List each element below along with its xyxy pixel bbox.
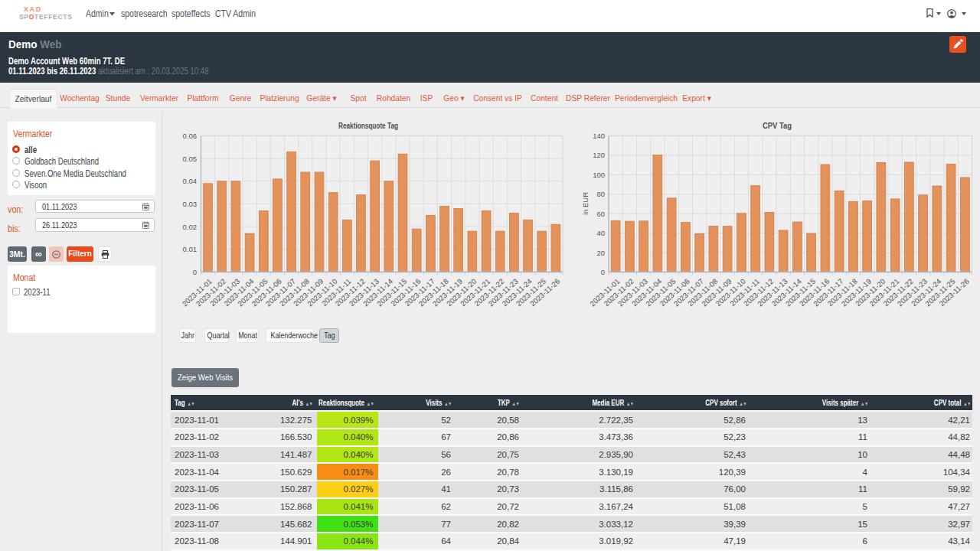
svg-text:0.04: 0.04 bbox=[183, 177, 198, 185]
svg-text:CPV Tag: CPV Tag bbox=[763, 121, 792, 130]
svg-text:0.02: 0.02 bbox=[183, 223, 198, 231]
svg-text:0.01: 0.01 bbox=[183, 245, 198, 253]
svg-text:100: 100 bbox=[593, 171, 605, 179]
svg-text:60: 60 bbox=[596, 210, 605, 218]
svg-text:20: 20 bbox=[596, 249, 605, 257]
svg-text:Reaktionsquote Tag: Reaktionsquote Tag bbox=[338, 121, 398, 130]
svg-text:120: 120 bbox=[593, 151, 605, 159]
svg-text:0.06: 0.06 bbox=[183, 132, 198, 140]
svg-text:140: 140 bbox=[593, 132, 605, 140]
svg-text:0.05: 0.05 bbox=[183, 155, 198, 163]
svg-text:40: 40 bbox=[596, 229, 605, 237]
svg-text:0.03: 0.03 bbox=[183, 200, 198, 208]
svg-text:80: 80 bbox=[596, 190, 605, 198]
svg-text:0: 0 bbox=[193, 268, 197, 276]
svg-text:in EUR: in EUR bbox=[581, 192, 590, 215]
svg-text:0: 0 bbox=[601, 268, 605, 276]
